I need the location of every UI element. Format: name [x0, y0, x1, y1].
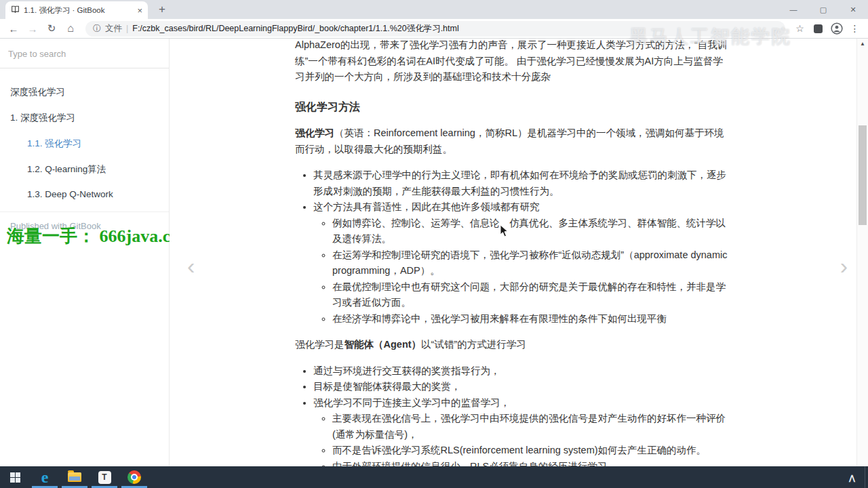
- list-item: 在经济学和博弈论中，强化学习被用来解释在有限理性的条件下如何出现平衡: [332, 311, 730, 327]
- edge-icon: e: [41, 469, 49, 485]
- bold-term-agent: 智能体（Agent）: [344, 339, 422, 350]
- sidebar-item-part-title[interactable]: 深度强化学习: [0, 79, 169, 105]
- windows-taskbar: e T ᐱ: [0, 466, 868, 488]
- url-scheme-label: 文件: [105, 23, 122, 35]
- page-scrollbar[interactable]: ▲: [856, 39, 868, 466]
- window-maximize-button[interactable]: ▢: [808, 0, 838, 19]
- list-item: 主要表现在强化信号上，强化学习中由环境提供的强化信号是对产生动作的好坏作一种评价…: [332, 411, 730, 443]
- bookmark-star-icon[interactable]: ☆: [791, 23, 809, 34]
- search-input[interactable]: [0, 39, 169, 68]
- window-minimize-button[interactable]: —: [778, 0, 808, 19]
- browser-menu-icon[interactable]: ⋮: [846, 23, 864, 34]
- tray-expand-icon[interactable]: ᐱ: [840, 474, 865, 484]
- section-heading: 强化学习方法: [295, 99, 730, 115]
- window-close-button[interactable]: ✕: [838, 0, 868, 19]
- paragraph-definition: 强化学习（英语：Reinforcement learning，简称RL）是机器学…: [295, 125, 730, 157]
- article-area: AlphaZero的出现，带来了强化学习强有力的声音，展示了一种更接近人类学习方…: [170, 39, 868, 466]
- forward-icon[interactable]: →: [23, 23, 42, 35]
- scrollbar-thumb[interactable]: [859, 125, 867, 225]
- browser-tabstrip: 1.1. 强化学习 · GitBook × + — ▢ ✕: [0, 0, 868, 19]
- green-ad-watermark: 海量一手： 666java.com: [7, 224, 194, 248]
- gitbook-favicon: [11, 4, 20, 16]
- address-bar[interactable]: ⓘ 文件 | F:/czbk_cases/bird/RL/DeepLearnin…: [85, 21, 785, 37]
- back-icon[interactable]: ←: [4, 23, 23, 35]
- list-item: 这个方法具有普适性，因此在其他许多领域都有研究 例如博弈论、控制论、运筹学、信息…: [313, 199, 730, 327]
- bold-term-rl: 强化学习: [295, 127, 334, 138]
- browser-toolbar: ← → ↻ ⌂ ⓘ 文件 | F:/czbk_cases/bird/RL/Dee…: [0, 19, 868, 39]
- paragraph-agent: 强化学习是智能体（Agent）以“试错”的方式进行学习: [295, 337, 730, 353]
- sidebar-item-1-3[interactable]: 1.3. Deep Q-Network: [0, 182, 169, 206]
- profile-avatar-icon[interactable]: [827, 22, 846, 35]
- extension-icon[interactable]: [809, 24, 827, 33]
- list-item: 目标是使智能体获得最大的奖赏，: [313, 379, 730, 395]
- list-item: 在最优控制理论中也有研究这个问题，大部分的研究是关于最优解的存在和特性，并非是学…: [332, 279, 730, 311]
- chrome-icon: [127, 470, 141, 484]
- bullet-list-1-sub: 例如博弈论、控制论、运筹学、信息论、仿真优化、多主体系统学习、群体智能、统计学以…: [313, 216, 730, 327]
- windows-logo-icon: [10, 472, 20, 483]
- reload-icon[interactable]: ↻: [42, 22, 61, 35]
- taskbar-edge-button[interactable]: e: [30, 466, 60, 488]
- list-item: 其灵感来源于心理学中的行为主义理论，即有机体如何在环境给予的奖励或惩罚的刺激下，…: [313, 167, 730, 199]
- screen: 1.1. 强化学习 · GitBook × + — ▢ ✕ ← → ↻ ⌂ ⓘ …: [0, 0, 868, 488]
- bullet-list-1: 其灵感来源于心理学中的行为主义理论，即有机体如何在环境给予的奖励或惩罚的刺激下，…: [295, 167, 730, 327]
- bullet-list-2: 通过与环境进行交互获得的奖赏指导行为， 目标是使智能体获得最大的奖赏， 强化学习…: [295, 363, 730, 467]
- gitbook-sidebar: 深度强化学习 1. 深度强化学习 1.1. 强化学习 1.2. Q-learni…: [0, 39, 170, 466]
- url-text: F:/czbk_cases/bird/RL/DeepLearningFlappy…: [132, 23, 459, 35]
- taskbar-explorer-button[interactable]: [60, 466, 90, 488]
- taskbar-typora-button[interactable]: T: [90, 466, 119, 488]
- next-page-chevron[interactable]: ›: [840, 253, 848, 279]
- list-item: 而不是告诉强化学习系统RLS(reinforcement learning sy…: [332, 443, 730, 459]
- file-explorer-icon: [68, 472, 81, 482]
- sidebar-item-1-2[interactable]: 1.2. Q-learning算法: [0, 157, 169, 182]
- page-info-icon[interactable]: ⓘ: [93, 23, 101, 35]
- start-button[interactable]: [0, 466, 30, 488]
- scrollbar-up-icon[interactable]: ▲: [857, 39, 868, 49]
- new-tab-button[interactable]: +: [153, 1, 171, 18]
- tab-close-icon[interactable]: ×: [137, 6, 142, 15]
- article-body: AlphaZero的出现，带来了强化学习强有力的声音，展示了一种更接近人类学习方…: [295, 39, 730, 466]
- browser-tab-active[interactable]: 1.1. 强化学习 · GitBook ×: [5, 1, 148, 19]
- bullet-list-2-sub: 主要表现在强化信号上，强化学习中由环境提供的强化信号是对产生动作的好坏作一种评价…: [313, 411, 730, 466]
- typora-icon: T: [98, 471, 111, 484]
- paragraph-intro: AlphaZero的出现，带来了强化学习强有力的声音，展示了一种更接近人类学习方…: [295, 39, 730, 85]
- list-item: 在运筹学和控制理论研究的语境下，强化学习被称作“近似动态规划”（approxim…: [332, 247, 730, 279]
- tab-title: 1.1. 强化学习 · GitBook: [24, 5, 133, 16]
- definition-text: （英语：Reinforcement learning，简称RL）是机器学习中的一…: [295, 127, 724, 155]
- sidebar-item-1-1-active[interactable]: 1.1. 强化学习: [0, 131, 169, 157]
- list-item: 强化学习不同于连接主义学习中的监督学习， 主要表现在强化信号上，强化学习中由环境…: [313, 395, 730, 467]
- list-item: 由于外部环境提供的信息很少，RLS必须靠自身的经历进行学习。: [332, 459, 730, 467]
- show-desktop-strip[interactable]: [865, 466, 868, 488]
- home-icon[interactable]: ⌂: [61, 22, 80, 35]
- url-separator: |: [126, 24, 128, 33]
- prev-page-chevron[interactable]: ‹: [187, 253, 195, 279]
- taskbar-chrome-button[interactable]: [119, 466, 149, 488]
- list-item: 例如博弈论、控制论、运筹学、信息论、仿真优化、多主体系统学习、群体智能、统计学以…: [332, 216, 730, 247]
- sidebar-item-chapter1[interactable]: 1. 深度强化学习: [0, 105, 169, 131]
- list-item: 通过与环境进行交互获得的奖赏指导行为，: [313, 363, 730, 380]
- sidebar-nav: 深度强化学习 1. 深度强化学习 1.1. 强化学习 1.2. Q-learni…: [0, 79, 169, 206]
